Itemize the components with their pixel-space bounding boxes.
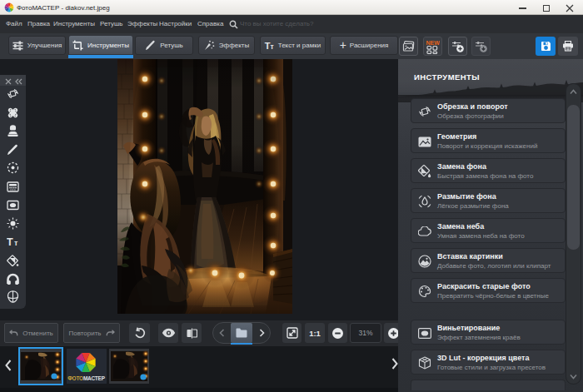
svg-text:ФОТОМАСТЕР: ФОТОМАСТЕР [67,375,105,381]
svg-text:т: т [14,239,18,247]
svg-text:NEW: NEW [426,39,441,45]
svg-text:Т: Т [7,236,13,248]
